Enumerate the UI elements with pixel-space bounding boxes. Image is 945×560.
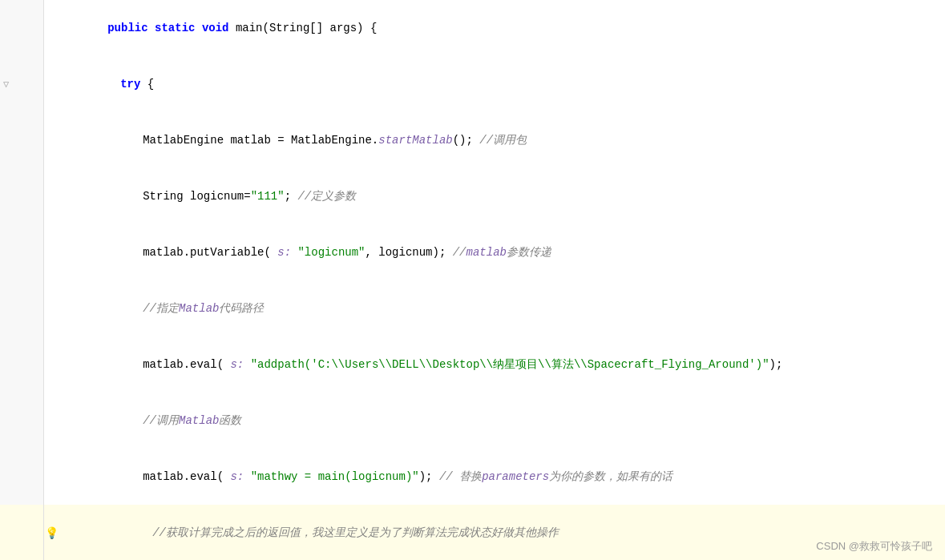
keyword-try: try [120,78,140,91]
line-gutter: ▽ [0,56,44,112]
line-content: MatlabEngine matlab = MatlabEngine.start… [44,112,945,168]
line-content: matlab.putVariable( s: "logicnum", logic… [44,224,945,280]
keyword: static [155,22,195,34]
fold-icon[interactable]: ▽ [3,79,9,91]
line-content: matlab.eval( s: "mathwy = main(logicnum)… [44,449,945,505]
line-row: String logicnum="111"; //定义参数 [0,168,945,224]
line-content: //指定Matlab代码路径 [44,280,945,336]
line-gutter [0,336,44,393]
method-name: startMatlab [378,134,452,147]
line-row: public static void main(String[] args) { [0,0,945,56]
line-content: //获取计算完成之后的返回值，我这里定义是为了判断算法完成状态好做其他操作 [44,505,945,560]
line-row: MatlabEngine matlab = MatlabEngine.start… [0,112,945,168]
line-row: matlab.eval( s: "addpath('C:\\Users\\DEL… [0,336,945,393]
line-row-highlighted: 💡 //获取计算完成之后的返回值，我这里定义是为了判断算法完成状态好做其他操作 [0,505,945,560]
line-content: matlab.eval( s: "addpath('C:\\Users\\DEL… [44,336,945,393]
line-content: String logicnum="111"; //定义参数 [44,168,945,224]
line-content: try { [44,56,945,112]
line-gutter [0,168,44,224]
code-editor: public static void main(String[] args) {… [0,0,945,560]
watermark: CSDN @救救可怜孩子吧 [816,539,932,554]
line-content: //调用Matlab函数 [44,393,945,449]
bulb-icon[interactable]: 💡 [45,526,59,540]
line-row: ▽ try { [0,56,945,112]
line-row: //指定Matlab代码路径 [0,280,945,336]
line-gutter [0,0,44,56]
line-row: matlab.putVariable( s: "logicnum", logic… [0,224,945,280]
line-gutter [0,505,44,560]
line-gutter [0,280,44,336]
line-gutter [0,449,44,505]
line-gutter [0,224,44,280]
line-gutter [0,393,44,449]
line-row: matlab.eval( s: "mathwy = main(logicnum)… [0,449,945,505]
line-row: //调用Matlab函数 [0,393,945,449]
line-gutter [0,112,44,168]
keyword: void [202,22,229,34]
line-content: public static void main(String[] args) { [44,0,945,56]
code-lines: public static void main(String[] args) {… [0,0,945,560]
keyword: public [107,22,147,34]
